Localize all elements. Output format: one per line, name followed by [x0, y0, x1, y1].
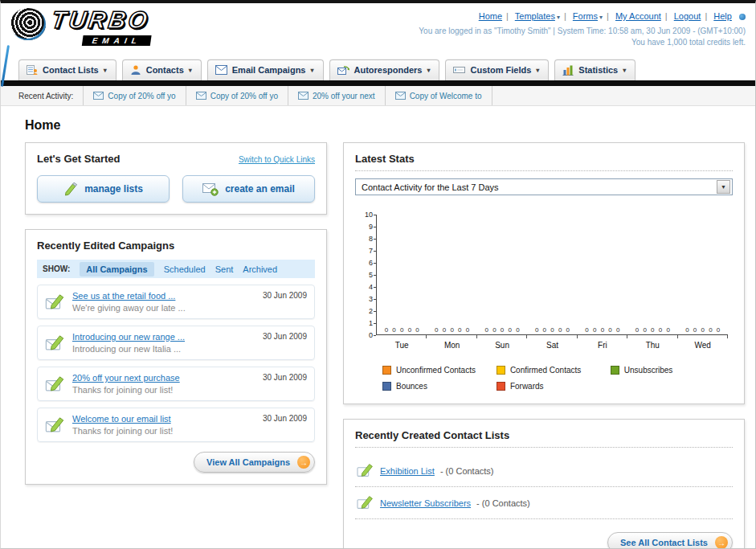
chart-legend-item: Forwards — [497, 382, 611, 391]
stats-period-select[interactable]: Contact Activity for the Last 7 Days ▼ — [355, 178, 733, 195]
nav-tab-contact-lists[interactable]: Contact Lists ▾ — [18, 59, 116, 80]
tab-scheduled[interactable]: Scheduled — [164, 264, 206, 274]
legend-swatch-icon — [611, 366, 619, 375]
create-email-button[interactable]: create an email — [182, 175, 315, 203]
link-separator: | — [665, 11, 668, 21]
tab-sent[interactable]: Sent — [215, 264, 234, 274]
view-all-campaigns-button[interactable]: View All Campaigns → — [194, 452, 315, 473]
switch-to-quick-links-link[interactable]: Switch to Quick Links — [239, 155, 315, 164]
campaign-subtitle: We're giving away our late ... — [72, 303, 256, 313]
chevron-down-icon: ▾ — [557, 14, 560, 21]
autoresponders-icon — [337, 64, 349, 76]
contact-activity-chart: 012345678910 0 0 0 0 00 0 0 0 00 0 0 0 0… — [360, 215, 728, 391]
top-link-home[interactable]: Home — [479, 11, 502, 21]
latest-stats-title: Latest Stats — [355, 153, 733, 171]
chart-y-tick-label: 4 — [369, 284, 373, 291]
chart-x-axis-labels: TueMonSunSatFriThuWed — [377, 338, 728, 350]
logo-text-email: EMAIL — [82, 35, 152, 46]
contact-lists-icon — [27, 64, 38, 76]
chevron-down-icon: ▾ — [536, 67, 539, 74]
chevron-down-icon: ▾ — [599, 14, 603, 21]
campaign-subtitle: Introducing our new Italia ... — [72, 344, 256, 354]
header-accent-dot-icon — [739, 14, 746, 20]
link-separator: | — [705, 11, 707, 21]
recent-activity-item[interactable]: 20% off your next — [288, 86, 386, 105]
top-link-forms[interactable]: Forms — [573, 11, 598, 21]
recent-activity-label: Recent Activity: — [18, 92, 73, 100]
chart-legend: Unconfirmed ContactsConfirmed ContactsUn… — [382, 366, 728, 391]
nav-tab-label: Statistics — [578, 65, 618, 75]
chart-legend-item: Bounces — [382, 382, 497, 391]
chart-legend-item: Unsubscribes — [611, 366, 725, 375]
campaign-title-link[interactable]: See us at the retail food ... — [72, 291, 256, 301]
chart-y-tick-label: 9 — [369, 223, 373, 231]
campaign-title-link[interactable]: 20% off your next purchase — [72, 373, 256, 383]
chart-x-axis-label: Wed — [678, 338, 728, 350]
campaign-title-link[interactable]: Welcome to our email list — [72, 414, 256, 424]
nav-tab-email-campaigns[interactable]: Email Campaigns ▾ — [207, 59, 324, 80]
manage-lists-button[interactable]: manage lists — [37, 175, 170, 203]
campaign-date: 30 Jun 2009 — [263, 373, 307, 382]
chart-x-axis-label: Thu — [627, 338, 677, 350]
legend-label: Unsubscribes — [624, 366, 673, 375]
campaign-date: 30 Jun 2009 — [263, 332, 307, 341]
campaigns-filter-bar: SHOW: All Campaigns Scheduled Sent Archi… — [37, 260, 315, 278]
campaign-subtitle: Thanks for joining our list! — [72, 426, 256, 436]
recent-activity-item[interactable]: Copy of 20% off yo — [186, 86, 288, 105]
campaign-date: 30 Jun 2009 — [263, 291, 307, 300]
top-link-logout[interactable]: Logout — [674, 11, 701, 21]
contact-lists-title: Recently Created Contact Lists — [355, 429, 733, 448]
campaign-row: See us at the retail food ... We're givi… — [37, 285, 315, 319]
legend-label: Bounces — [396, 382, 427, 391]
see-all-contact-lists-button[interactable]: See All Contact Lists → — [607, 532, 733, 549]
get-started-title: Let's Get Started — [37, 153, 121, 165]
left-column: Let's Get Started Switch to Quick Links … — [25, 142, 327, 485]
custom-fields-icon — [453, 65, 465, 75]
chevron-down-icon: ▾ — [189, 67, 192, 74]
chart-value-label-group: 0 0 0 0 0 — [427, 326, 476, 334]
get-started-panel: Let's Get Started Switch to Quick Links … — [25, 142, 327, 215]
legend-label: Unconfirmed Contacts — [396, 366, 476, 375]
link-separator: | — [564, 11, 566, 21]
chevron-down-icon: ▾ — [104, 67, 107, 74]
view-all-campaigns-label: View All Campaigns — [206, 457, 290, 467]
nav-tab-custom-fields[interactable]: Custom Fields ▾ — [445, 59, 549, 80]
top-link-my-account[interactable]: My Account — [615, 11, 661, 21]
chart-value-label-group: 0 0 0 0 0 — [527, 326, 577, 334]
chart-y-tick-label: 7 — [369, 248, 373, 255]
chart-legend-item: Unconfirmed Contacts — [382, 366, 497, 375]
contact-list-link[interactable]: Exhibition List — [380, 466, 435, 476]
pencil-icon — [63, 182, 78, 196]
tab-archived[interactable]: Archived — [243, 264, 277, 274]
chart-y-tick-label: 5 — [369, 272, 373, 279]
top-link-help[interactable]: Help — [713, 11, 732, 21]
recent-activity-item[interactable]: Copy of 20% off yo — [83, 86, 186, 105]
main-content: Home Let's Get Started Switch to Quick L… — [1, 118, 755, 549]
recent-activity-bar: Recent Activity: Copy of 20% off yo Copy… — [1, 86, 755, 106]
tab-all-campaigns[interactable]: All Campaigns — [80, 262, 153, 277]
nav-tab-statistics[interactable]: Statistics ▾ — [554, 59, 635, 80]
contact-list-link[interactable]: Newsletter Subscribers — [380, 498, 471, 508]
turbo-email-logo: TURBO EMAIL — [10, 8, 153, 53]
nav-tab-contacts[interactable]: Contacts ▾ — [122, 59, 202, 80]
recent-activity-text: 20% off your next — [313, 92, 375, 100]
chart-value-label-group: 0 0 0 0 0 — [578, 326, 627, 334]
stats-period-value: Contact Activity for the Last 7 Days — [362, 182, 499, 192]
chart-y-tick-label: 10 — [365, 211, 373, 219]
link-separator: | — [506, 11, 509, 21]
chart-y-tick-label: 6 — [369, 260, 373, 267]
top-nav-links: Home| Templates▾| Forms▾| My Account| Lo… — [419, 11, 746, 21]
arrow-right-icon: → — [715, 536, 728, 549]
chart-x-axis-label: Fri — [578, 338, 627, 350]
nav-tab-autoresponders[interactable]: Autoresponders ▾ — [329, 59, 440, 80]
email-icon — [196, 92, 206, 100]
chart-y-tick-label: 3 — [369, 296, 373, 303]
recent-activity-item[interactable]: Copy of Welcome to — [386, 86, 492, 105]
link-separator: | — [607, 11, 609, 21]
chart-x-axis-label: Mon — [427, 338, 476, 350]
chart-x-axis-label: Tue — [377, 338, 427, 350]
turbo-email-dashboard: TURBO EMAIL Home| Templates▾| Forms▾| My… — [0, 0, 756, 549]
top-link-templates[interactable]: Templates — [515, 11, 555, 21]
campaign-title-link[interactable]: Introducing our new range ... — [72, 332, 256, 342]
legend-swatch-icon — [382, 382, 391, 391]
